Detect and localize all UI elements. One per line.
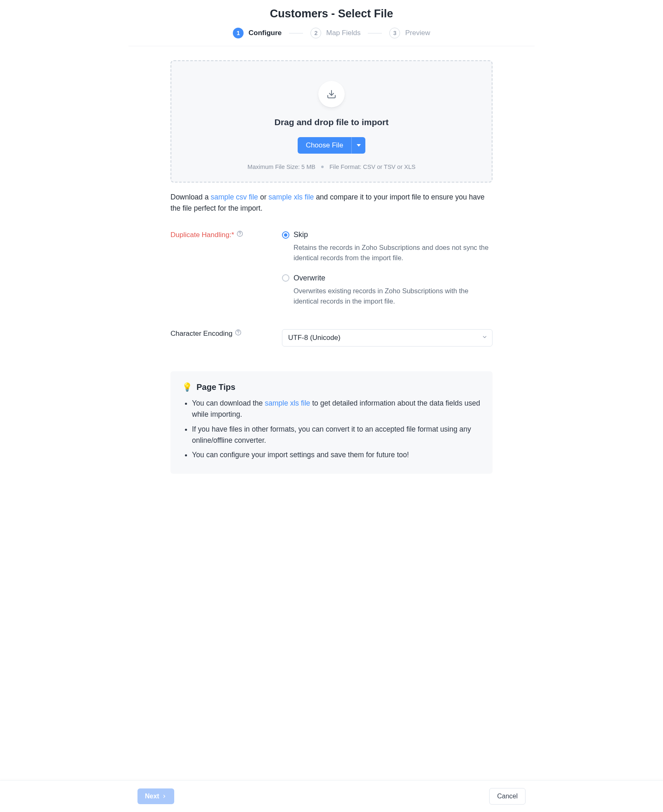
step-configure: 1 Configure xyxy=(233,28,282,38)
step-preview: 3 Preview xyxy=(389,28,430,38)
bulb-icon: 💡 xyxy=(182,382,192,392)
help-icon[interactable] xyxy=(237,230,243,239)
chevron-down-icon xyxy=(357,144,361,147)
sample-xls-link[interactable]: sample xls file xyxy=(268,193,314,201)
tips-heading: Page Tips xyxy=(197,382,235,392)
radio-overwrite[interactable]: Overwrite Overwrites existing records in… xyxy=(282,274,493,306)
download-icon xyxy=(318,81,345,107)
tip-item: If you have files in other formats, you … xyxy=(192,424,481,446)
download-sample-line: Download a sample csv file or sample xls… xyxy=(170,192,493,214)
encoding-label: Character Encoding xyxy=(170,329,282,338)
step-divider xyxy=(289,33,303,33)
file-dropzone[interactable]: Drag and drop file to import Choose File… xyxy=(170,60,493,183)
label-text: Character Encoding xyxy=(170,330,232,338)
text: or xyxy=(258,193,268,201)
text: You can configure your import settings a… xyxy=(192,451,409,459)
svg-point-4 xyxy=(238,334,239,334)
encoding-select[interactable]: UTF-8 (Unicode) xyxy=(282,329,493,347)
select-value: UTF-8 (Unicode) xyxy=(288,334,341,342)
radio-desc: Overwrites existing records in Zoho Subs… xyxy=(294,286,493,306)
sample-csv-link[interactable]: sample csv file xyxy=(211,193,258,201)
tip-sample-xls-link[interactable]: sample xls file xyxy=(265,399,310,407)
help-icon[interactable] xyxy=(235,329,242,338)
radio-skip[interactable]: Skip Retains the records in Zoho Subscri… xyxy=(282,230,493,263)
dropzone-heading: Drag and drop file to import xyxy=(181,117,482,127)
radio-input[interactable] xyxy=(282,231,289,239)
step-label: Preview xyxy=(405,29,430,37)
radio-desc: Retains the records in Zoho Subscription… xyxy=(294,242,493,263)
dot-separator xyxy=(321,166,324,168)
file-format-text: File Format: CSV or TSV or XLS xyxy=(329,164,415,170)
tip-item: You can download the sample xls file to … xyxy=(192,398,481,420)
label-text: Duplicate Handling:* xyxy=(170,231,234,239)
radio-title: Overwrite xyxy=(294,274,325,283)
step-label: Map Fields xyxy=(326,29,360,37)
text: You can download the xyxy=(192,399,265,407)
text: Download a xyxy=(170,193,211,201)
tip-item: You can configure your import settings a… xyxy=(192,449,481,461)
choose-file-dropdown[interactable] xyxy=(351,137,365,154)
step-label: Configure xyxy=(249,29,282,37)
step-number: 1 xyxy=(233,28,244,38)
step-number: 2 xyxy=(310,28,321,38)
step-map-fields: 2 Map Fields xyxy=(310,28,360,38)
page-title: Customers - Select File xyxy=(128,7,535,20)
max-size-text: Maximum File Size: 5 MB xyxy=(248,164,315,170)
step-divider xyxy=(368,33,382,33)
page-tips-panel: 💡 Page Tips You can download the sample … xyxy=(170,371,493,474)
svg-point-2 xyxy=(239,235,240,235)
header-rule xyxy=(128,46,535,46)
chevron-down-icon xyxy=(482,334,488,342)
radio-title: Skip xyxy=(294,230,308,239)
text: If you have files in other formats, you … xyxy=(192,425,471,444)
choose-file-button[interactable]: Choose File xyxy=(298,137,352,154)
duplicate-label: Duplicate Handling:* xyxy=(170,230,282,239)
step-number: 3 xyxy=(389,28,400,38)
radio-input[interactable] xyxy=(282,274,289,282)
stepper: 1 Configure 2 Map Fields 3 Preview xyxy=(128,28,535,38)
